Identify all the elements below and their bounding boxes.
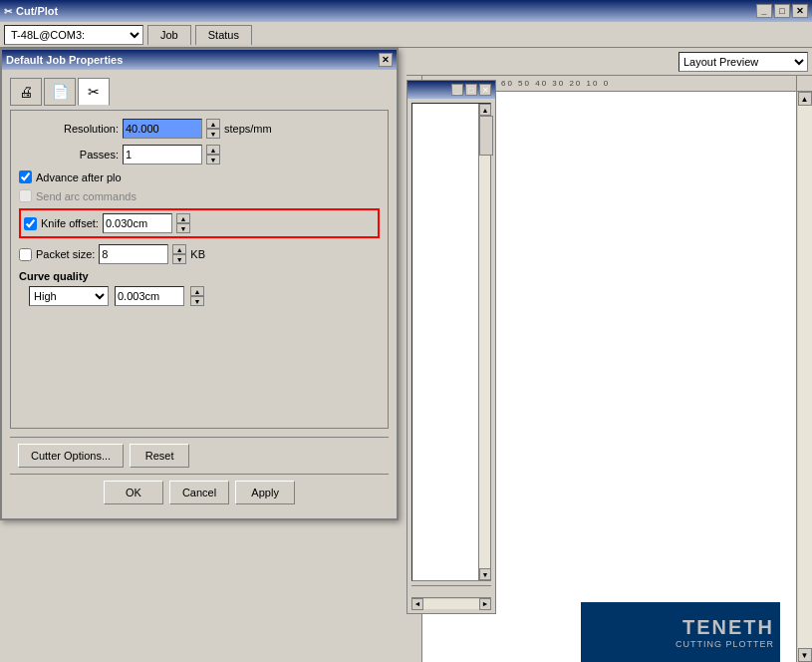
- inner-scroll-content[interactable]: [412, 104, 478, 580]
- knife-offset-spin-down[interactable]: ▼: [176, 223, 190, 233]
- tab-cut[interactable]: ✂: [78, 78, 110, 106]
- cancel-button[interactable]: Cancel: [169, 481, 229, 504]
- dialog-body: 🖨 📄 ✂ Resolution:: [2, 70, 397, 518]
- inner-hscroll: ◄ ►: [411, 597, 491, 609]
- knife-offset-checkbox[interactable]: [24, 217, 37, 230]
- inner-dialog-ruler: [411, 585, 491, 597]
- packet-size-checkbox[interactable]: [19, 248, 32, 261]
- reset-button[interactable]: Reset: [130, 444, 189, 468]
- packet-size-row: Packet size: ▲ ▼ KB: [19, 244, 380, 264]
- minimize-button[interactable]: _: [756, 4, 772, 18]
- resolution-spin-up[interactable]: ▲: [206, 119, 220, 129]
- inner-dialog-title-buttons: _ □ ✕: [451, 84, 491, 96]
- advance-after-plot-checkbox[interactable]: [19, 170, 32, 183]
- inner-scroll-area: ▲ ▼: [411, 103, 491, 581]
- title-bar: ✂ Cut/Plot _ □ ✕: [0, 0, 812, 22]
- inner-scroll-thumb[interactable]: [479, 116, 493, 156]
- resolution-spinner: ▲ ▼: [206, 119, 220, 139]
- teneth-logo-area: TENETH CUTTING PLOTTER: [581, 602, 780, 662]
- dialog-tabs: 🖨 📄 ✂: [10, 78, 389, 106]
- knife-offset-label: Knife offset:: [41, 217, 99, 229]
- tab-printer[interactable]: 🖨: [10, 78, 42, 106]
- send-arc-commands-checkbox: [19, 189, 32, 202]
- resolution-unit: steps/mm: [224, 123, 272, 135]
- inner-scroll-down[interactable]: ▼: [479, 568, 491, 580]
- close-button[interactable]: ✕: [792, 4, 808, 18]
- tab-file[interactable]: 📄: [44, 78, 76, 106]
- passes-row: Passes: ▲ ▼: [19, 145, 380, 165]
- dialog-close-button[interactable]: ✕: [379, 53, 393, 67]
- dialog-bottom-buttons: Cutter Options... Reset: [10, 437, 389, 474]
- inner-scroll-up[interactable]: ▲: [479, 104, 491, 116]
- packet-size-unit: KB: [190, 248, 205, 260]
- curve-quality-select[interactable]: HighMediumLow: [29, 286, 109, 306]
- advance-after-plot-row: Advance after plo: [19, 170, 380, 183]
- tab-job[interactable]: Job: [147, 25, 191, 45]
- curve-quality-row: HighMediumLow ▲ ▼: [19, 286, 380, 306]
- port-select[interactable]: T-48L@COM3:: [4, 25, 143, 45]
- dialog-ok-cancel-buttons: OK Cancel Apply: [10, 474, 389, 510]
- resolution-label: Resolution:: [19, 123, 119, 135]
- main-window: ✂ Cut/Plot _ □ ✕ T-48L@COM3: Job Status …: [0, 0, 812, 662]
- dialog-title-bar: Default Job Properties ✕: [2, 50, 397, 70]
- curve-quality-spin-up[interactable]: ▲: [190, 286, 204, 296]
- send-arc-commands-label: Send arc commands: [36, 190, 136, 202]
- inner-hscroll-track[interactable]: [423, 599, 479, 609]
- advance-after-plot-label: Advance after plo: [36, 171, 122, 183]
- title-bar-buttons: _ □ ✕: [756, 4, 808, 18]
- right-toolbar: Layout Preview: [406, 48, 812, 76]
- passes-spin-down[interactable]: ▼: [206, 155, 220, 165]
- resolution-row: Resolution: ▲ ▼ steps/mm: [19, 119, 380, 139]
- knife-offset-input[interactable]: [103, 213, 172, 233]
- teneth-text: TENETH: [682, 616, 774, 639]
- cut-icon: ✂: [88, 84, 100, 100]
- window-title: Cut/Plot: [16, 5, 58, 17]
- inner-dialog: _ □ ✕ ▲ ▼ ◄ ►: [406, 80, 496, 614]
- knife-offset-row: Knife offset: ▲ ▼: [19, 208, 380, 238]
- scroll-down-button[interactable]: ▼: [798, 648, 812, 662]
- ruler-top-end: [796, 76, 812, 91]
- toolbar-row: T-48L@COM3: Job Status: [0, 22, 812, 48]
- tab-status[interactable]: Status: [195, 25, 252, 45]
- inner-scrollbar: ▲ ▼: [478, 104, 490, 580]
- inner-hscroll-left[interactable]: ◄: [411, 598, 423, 610]
- dialog-overlay: Default Job Properties ✕ 🖨 📄 ✂: [0, 48, 399, 520]
- ok-button[interactable]: OK: [104, 481, 163, 504]
- knife-offset-spin-up[interactable]: ▲: [176, 213, 190, 223]
- passes-spinner: ▲ ▼: [206, 145, 220, 165]
- scroll-track[interactable]: [798, 106, 812, 648]
- inner-maximize-button[interactable]: □: [465, 84, 477, 96]
- maximize-button[interactable]: □: [774, 4, 790, 18]
- file-icon: 📄: [52, 84, 69, 100]
- right-scrollbar: ▲ ▼: [796, 92, 812, 662]
- layout-preview-select[interactable]: Layout Preview: [678, 52, 808, 72]
- packet-size-spinner: ▲ ▼: [172, 244, 186, 264]
- passes-spin-up[interactable]: ▲: [206, 145, 220, 155]
- title-bar-left: ✂ Cut/Plot: [4, 5, 58, 17]
- printer-icon: 🖨: [19, 84, 33, 100]
- resolution-input[interactable]: [123, 119, 202, 139]
- app-icon: ✂: [4, 6, 12, 17]
- send-arc-commands-row: Send arc commands: [19, 189, 380, 202]
- passes-label: Passes:: [19, 149, 119, 161]
- inner-close-button[interactable]: ✕: [479, 84, 491, 96]
- knife-offset-spinner: ▲ ▼: [176, 213, 190, 233]
- curve-quality-section-label: Curve quality: [19, 270, 380, 282]
- apply-button[interactable]: Apply: [235, 481, 295, 504]
- packet-size-label: Packet size:: [36, 248, 95, 260]
- packet-size-spin-up[interactable]: ▲: [172, 244, 186, 254]
- dialog-bottom-left: Cutter Options... Reset: [18, 444, 189, 468]
- cutter-options-button[interactable]: Cutter Options...: [18, 444, 124, 468]
- passes-input[interactable]: [123, 145, 202, 165]
- scroll-up-button[interactable]: ▲: [798, 92, 812, 106]
- default-job-properties-dialog: Default Job Properties ✕ 🖨 📄 ✂: [0, 48, 399, 520]
- inner-minimize-button[interactable]: _: [451, 84, 463, 96]
- packet-size-input[interactable]: [99, 244, 168, 264]
- resolution-spin-down[interactable]: ▼: [206, 129, 220, 139]
- inner-scroll-track[interactable]: [479, 156, 490, 568]
- curve-quality-spinner: ▲ ▼: [190, 286, 204, 306]
- curve-quality-spin-down[interactable]: ▼: [190, 296, 204, 306]
- inner-hscroll-right[interactable]: ►: [479, 598, 491, 610]
- packet-size-spin-down[interactable]: ▼: [172, 254, 186, 264]
- inner-dialog-title-bar: _ □ ✕: [407, 81, 495, 99]
